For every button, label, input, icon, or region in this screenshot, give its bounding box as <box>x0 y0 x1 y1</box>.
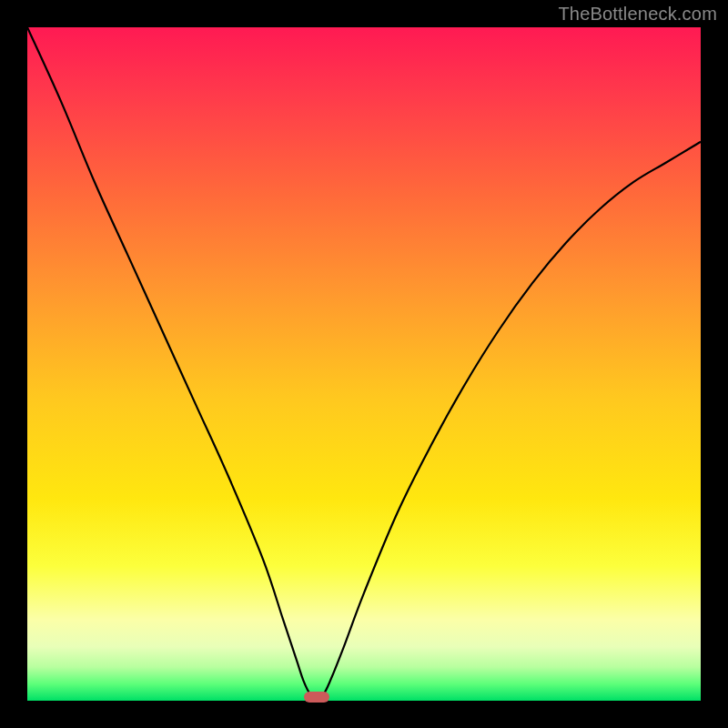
curve-path <box>27 27 701 697</box>
optimal-marker <box>304 692 329 703</box>
watermark-text: TheBottleneck.com <box>558 4 717 25</box>
bottleneck-curve <box>27 27 701 701</box>
chart-frame: TheBottleneck.com <box>0 0 728 728</box>
plot-area <box>27 27 701 701</box>
